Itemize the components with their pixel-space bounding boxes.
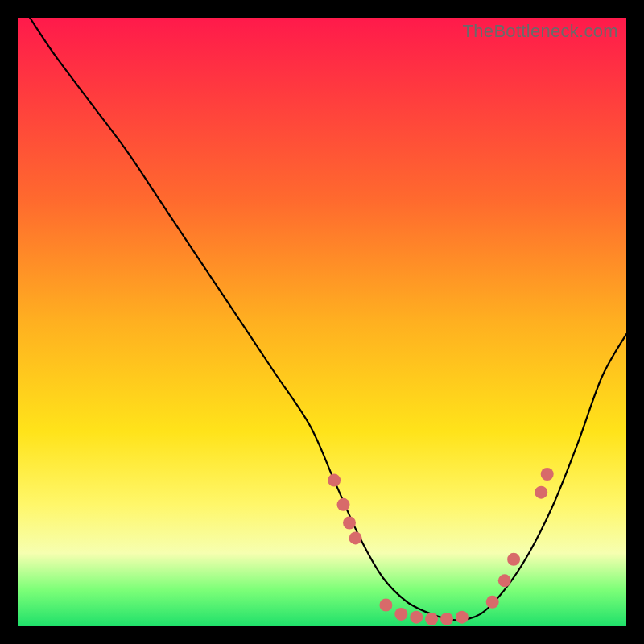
marker-dot [349, 531, 362, 544]
marker-dot [456, 611, 469, 624]
chart-plot-area: TheBottleneck.com [18, 18, 626, 626]
marker-dot [498, 574, 511, 587]
marker-dot [337, 498, 350, 511]
marker-dot [394, 608, 407, 621]
marker-dot [486, 596, 499, 609]
marker-dot [507, 553, 520, 566]
marker-dot [440, 613, 453, 625]
bottleneck-curve [30, 18, 626, 620]
marker-dot [410, 611, 423, 624]
marker-dot [541, 468, 554, 481]
marker-dot [535, 486, 547, 499]
marker-dot [379, 599, 392, 612]
chart-stage: TheBottleneck.com [0, 0, 644, 644]
marker-dot [425, 613, 438, 625]
curve-svg [18, 18, 626, 626]
curve-markers [328, 468, 554, 625]
marker-dot [343, 517, 356, 530]
marker-dot [328, 474, 341, 487]
